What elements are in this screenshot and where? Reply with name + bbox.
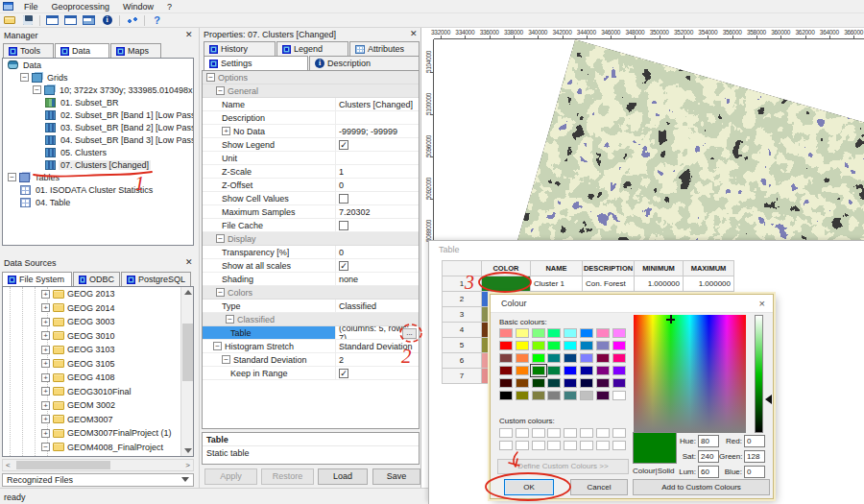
checkbox-checked[interactable]: ✓ xyxy=(339,261,348,271)
basic-colour-000080[interactable] xyxy=(564,378,577,388)
expand-icon[interactable]: + xyxy=(41,331,50,340)
custom-colour-slot[interactable] xyxy=(580,441,593,450)
custom-colour-slot[interactable] xyxy=(564,428,577,438)
basic-colour-ffff00[interactable] xyxy=(516,341,529,350)
basic-colour-80ff00[interactable] xyxy=(532,341,545,350)
properties-close-icon[interactable]: ✕ xyxy=(410,29,418,38)
open-file-button[interactable] xyxy=(1,14,17,27)
basic-colour-ff80ff[interactable] xyxy=(612,328,626,338)
tree-item-01-subset-br[interactable]: 01. Subset_BR xyxy=(3,96,193,108)
setting-shading[interactable]: Shadingnone xyxy=(203,273,419,286)
basic-colour-0000a0[interactable] xyxy=(580,366,593,375)
cell-r1-c5[interactable]: 1.000000 xyxy=(684,276,734,292)
basic-colour-808040[interactable] xyxy=(532,391,545,400)
tree-item-04-subset-br-band-3-low-pass-[interactable]: 04. Subset_BR [Band 3] [Low Pass] xyxy=(3,133,193,146)
scroll-down-icon[interactable] xyxy=(184,448,192,453)
cell-r5-c0[interactable]: 5 xyxy=(442,338,482,353)
setting-display[interactable]: −Display xyxy=(203,232,419,246)
tree-item-01-isodata-cluster-statistics[interactable]: 01. ISODATA Cluster Statistics xyxy=(3,183,193,196)
setting-value[interactable]: 2 xyxy=(339,355,344,365)
basic-colour-ff8080[interactable] xyxy=(499,328,513,338)
setting-transparency-[interactable]: Transparency [%]0 xyxy=(203,246,419,259)
expand-icon[interactable]: + xyxy=(222,127,230,135)
expand-icon[interactable]: + xyxy=(41,290,50,299)
tab-history[interactable]: History xyxy=(204,41,276,56)
save-button[interactable]: Save xyxy=(372,468,420,485)
fs-item-geom-3002[interactable]: +GEOM 3002 xyxy=(3,398,193,413)
show-map-button[interactable] xyxy=(44,14,60,27)
setting-unit[interactable]: Unit xyxy=(203,152,419,165)
help-button[interactable]: ? xyxy=(149,14,165,27)
column-header-maximum[interactable]: MAXIMUM xyxy=(684,260,734,276)
setting-value[interactable]: none xyxy=(339,275,358,284)
luminance-slider[interactable] xyxy=(755,315,763,433)
column-header-description[interactable]: DESCRIPTION xyxy=(583,260,635,276)
cell-r7-c0[interactable]: 7 xyxy=(442,369,482,384)
fs-item-geog-2014[interactable]: +GEOG 2014 xyxy=(3,301,193,316)
custom-colour-slot[interactable] xyxy=(612,441,626,450)
checkbox-checked[interactable]: ✓ xyxy=(339,140,348,150)
setting-keep-in-range[interactable]: Keep in Range✓ xyxy=(203,367,419,380)
setting-value[interactable]: -99999; -99999 xyxy=(339,127,397,136)
custom-colour-slot[interactable] xyxy=(547,428,561,438)
custom-colour-slot[interactable] xyxy=(564,441,577,450)
basic-colour-ff8000[interactable] xyxy=(516,366,529,375)
tree-item-data[interactable]: Data xyxy=(3,59,193,71)
tab-tools[interactable]: Tools xyxy=(3,43,54,58)
basic-colour-008040[interactable] xyxy=(547,366,561,375)
basic-colour-8080ff[interactable] xyxy=(580,353,593,363)
blue-field[interactable]: 0 xyxy=(744,466,765,478)
tree-item-05-clusters[interactable]: 05. Clusters xyxy=(3,146,193,158)
tree-item-tables[interactable]: −Tables xyxy=(3,171,193,183)
cell-r2-c0[interactable]: 2 xyxy=(442,292,482,307)
setting-table[interactable]: Table(columns: 5, rows: 7)... xyxy=(203,326,419,340)
setting-value[interactable]: Clusters [Changed] xyxy=(339,100,413,109)
basic-colour-ffffff[interactable] xyxy=(612,391,626,400)
custom-colour-slot[interactable] xyxy=(532,441,545,450)
setting-show-legend[interactable]: Show Legend✓ xyxy=(203,138,419,152)
setting-options[interactable]: −Options xyxy=(203,71,419,84)
custom-colour-slot[interactable] xyxy=(532,428,545,438)
show-map-2-button[interactable] xyxy=(62,14,79,27)
setting-show-cell-values[interactable]: Show Cell Values xyxy=(203,192,419,205)
cell-r1-c0[interactable]: 1 xyxy=(442,276,482,292)
basic-colour-c0c0c0[interactable] xyxy=(580,391,593,400)
setting-value[interactable]: 1 xyxy=(339,167,344,177)
basic-colour-80ff80[interactable] xyxy=(532,328,545,338)
hue-field[interactable]: 80 xyxy=(698,435,719,447)
expand-icon[interactable]: − xyxy=(8,173,16,181)
basic-colour-ff8040[interactable] xyxy=(516,353,529,363)
tree-item-04-table[interactable]: 04. Table xyxy=(3,196,193,208)
basic-colour-808080[interactable] xyxy=(547,391,561,400)
basic-colour-0080c0[interactable] xyxy=(580,341,593,350)
fs-item-geom3007[interactable]: +GEOM3007 xyxy=(3,413,193,427)
file-filter-select[interactable]: Recognized Files xyxy=(2,473,194,487)
expand-icon[interactable]: − xyxy=(216,234,225,243)
basic-colour-004080[interactable] xyxy=(564,353,577,363)
custom-colour-slot[interactable] xyxy=(516,428,529,438)
basic-colour-400000[interactable] xyxy=(499,378,513,388)
expand-icon[interactable]: − xyxy=(41,443,50,451)
row-number-header[interactable] xyxy=(442,260,482,276)
checkbox-unchecked[interactable] xyxy=(339,221,348,230)
custom-colour-slot[interactable] xyxy=(596,441,610,450)
setting-value[interactable]: 0 xyxy=(339,248,344,257)
load-button[interactable]: Load xyxy=(318,468,368,485)
map-canvas[interactable] xyxy=(435,39,864,241)
fs-item-geom3007finalproject-1-[interactable]: +GEOM3007FinalProject (1) xyxy=(3,426,193,441)
basic-colour-004040[interactable] xyxy=(547,378,561,388)
setting-general[interactable]: −General xyxy=(203,84,419,98)
info-button[interactable]: i xyxy=(99,14,115,27)
column-header-minimum[interactable]: MINIMUM xyxy=(635,260,684,276)
tree-item-02-subset-br-band-1-low-pass-[interactable]: 02. Subset_BR [Band 1] [Low Pass] xyxy=(3,108,193,121)
apply-button[interactable]: Apply xyxy=(204,468,257,485)
setting-standard-deviation[interactable]: −Standard Deviation2 xyxy=(203,353,419,367)
basic-colour-000000[interactable] xyxy=(499,391,513,400)
ellipsis-button[interactable]: ... xyxy=(402,328,417,339)
tree-item-03-subset-br-band-2-low-pass-[interactable]: 03. Subset_BR [Band 2] [Low Pass] xyxy=(3,121,193,133)
fs-item-geog-3010[interactable]: +GEOG 3010 xyxy=(3,329,193,344)
expand-icon[interactable]: − xyxy=(33,85,41,94)
basic-colour-004000[interactable] xyxy=(532,378,545,388)
tab-settings[interactable]: Settings xyxy=(204,56,308,70)
expand-icon[interactable]: + xyxy=(41,346,50,354)
